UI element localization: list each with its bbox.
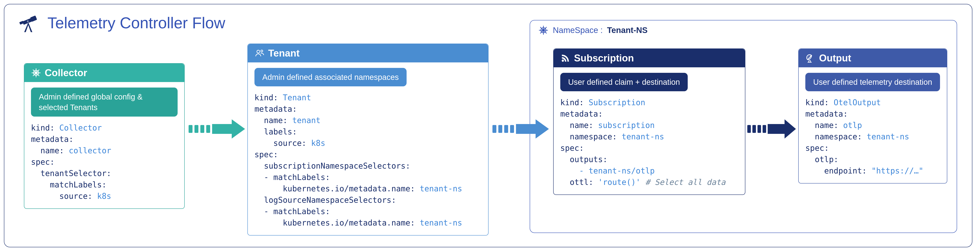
subscription-title: Subscription [574, 53, 634, 64]
tenant-pill: Admin defined associated namespaces [255, 68, 407, 86]
collector-code: kind: Collector metadata: name: collecto… [31, 122, 178, 202]
namespace-name: Tenant-NS [607, 26, 648, 35]
svg-rect-23 [189, 125, 192, 133]
svg-rect-24 [194, 125, 198, 133]
namespace-header: NameSpace : Tenant-NS [530, 21, 957, 37]
subscription-code: kind: Subscription metadata: name: subsc… [560, 97, 738, 188]
svg-rect-30 [510, 125, 514, 133]
tenant-code: kind: Tenant metadata: name: tenant labe… [255, 92, 482, 228]
svg-rect-32 [752, 125, 756, 133]
namespace-label: NameSpace : [553, 26, 603, 35]
collector-card: Collector Admin defined global config & … [24, 63, 185, 209]
svg-rect-33 [757, 125, 761, 133]
subscription-card: Subscription User defined claim + destin… [553, 48, 745, 195]
output-pill: User defined telemetry destination [805, 73, 940, 91]
subscription-pill: User defined claim + destination [560, 73, 688, 91]
flow-arrow-icon [747, 118, 796, 140]
svg-point-22 [811, 56, 811, 57]
tenant-title: Tenant [268, 48, 299, 59]
svg-rect-28 [498, 125, 502, 133]
people-icon [255, 48, 265, 58]
svg-rect-34 [763, 125, 766, 133]
output-body: User defined telemetry destination kind:… [799, 67, 947, 183]
helm-wheel-icon [31, 68, 41, 78]
svg-rect-29 [504, 125, 508, 133]
page-title: Telemetry Controller Flow [48, 14, 225, 32]
flow-arrow-icon [492, 118, 549, 140]
satellite-dish-icon [805, 53, 816, 63]
helm-wheel-icon [538, 25, 549, 35]
collector-title: Collector [45, 67, 87, 78]
collector-body: Admin defined global config & selected T… [24, 82, 184, 209]
svg-point-11 [261, 50, 263, 52]
collector-pill: Admin defined global config & selected T… [31, 88, 178, 116]
output-title: Output [819, 53, 851, 64]
svg-rect-31 [747, 125, 751, 133]
tenant-card: Tenant Admin defined associated namespac… [247, 43, 488, 236]
subscription-header: Subscription [554, 49, 745, 67]
collector-header: Collector [24, 64, 184, 82]
subscription-body: User defined claim + destination kind: S… [554, 67, 745, 195]
svg-rect-25 [200, 125, 204, 133]
output-card: Output User defined telemetry destinatio… [798, 48, 947, 183]
diagram-canvas: C Telemetry Controller Flow Collector Ad… [4, 4, 972, 247]
svg-point-10 [257, 50, 260, 53]
output-header: Output [799, 49, 947, 67]
output-code: kind: OtelOutput metadata: name: otlp na… [805, 97, 940, 177]
svg-rect-27 [492, 125, 496, 133]
svg-rect-26 [206, 125, 210, 133]
flow-arrow-icon [189, 118, 245, 140]
title-row: C Telemetry Controller Flow [17, 10, 225, 36]
rss-icon [560, 53, 571, 63]
tenant-body: Admin defined associated namespaces kind… [248, 62, 488, 235]
svg-point-18 [562, 59, 564, 62]
telescope-icon: C [17, 10, 43, 36]
tenant-header: Tenant [248, 44, 488, 62]
